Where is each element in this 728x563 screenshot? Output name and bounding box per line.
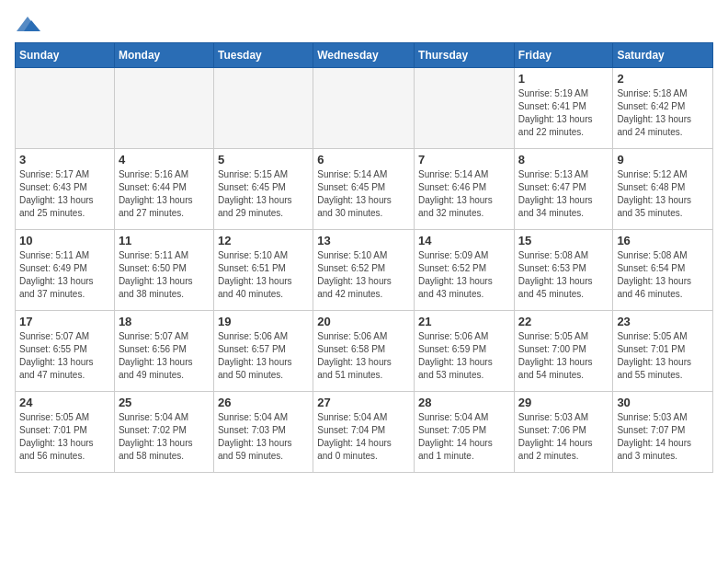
day-info: Sunrise: 5:08 AM Sunset: 6:54 PM Dayligh… — [617, 249, 709, 301]
day-cell: 7Sunrise: 5:14 AM Sunset: 6:46 PM Daylig… — [415, 149, 515, 230]
day-cell: 14Sunrise: 5:09 AM Sunset: 6:52 PM Dayli… — [415, 230, 515, 311]
day-cell: 13Sunrise: 5:10 AM Sunset: 6:52 PM Dayli… — [313, 230, 415, 311]
day-info: Sunrise: 5:14 AM Sunset: 6:46 PM Dayligh… — [418, 168, 510, 220]
day-cell: 9Sunrise: 5:12 AM Sunset: 6:48 PM Daylig… — [613, 149, 713, 230]
day-number: 13 — [317, 234, 410, 247]
day-number: 26 — [218, 396, 309, 409]
day-info: Sunrise: 5:06 AM Sunset: 6:59 PM Dayligh… — [418, 330, 510, 382]
day-number: 28 — [418, 396, 510, 409]
day-cell: 4Sunrise: 5:16 AM Sunset: 6:44 PM Daylig… — [114, 149, 213, 230]
day-number: 14 — [418, 234, 510, 247]
day-info: Sunrise: 5:06 AM Sunset: 6:58 PM Dayligh… — [317, 330, 410, 382]
day-number: 3 — [19, 153, 110, 167]
day-cell: 24Sunrise: 5:05 AM Sunset: 7:01 PM Dayli… — [16, 392, 115, 473]
day-number: 8 — [518, 153, 609, 167]
day-info: Sunrise: 5:05 AM Sunset: 7:01 PM Dayligh… — [617, 330, 709, 382]
day-info: Sunrise: 5:04 AM Sunset: 7:05 PM Dayligh… — [418, 411, 510, 463]
day-number: 25 — [119, 396, 210, 409]
day-number: 19 — [218, 315, 309, 328]
day-number: 22 — [518, 315, 609, 328]
day-info: Sunrise: 5:10 AM Sunset: 6:52 PM Dayligh… — [317, 249, 410, 301]
day-number: 16 — [617, 234, 709, 247]
day-cell: 15Sunrise: 5:08 AM Sunset: 6:53 PM Dayli… — [514, 230, 613, 311]
day-header-monday: Monday — [114, 43, 213, 68]
day-cell: 3Sunrise: 5:17 AM Sunset: 6:43 PM Daylig… — [16, 149, 115, 230]
day-info: Sunrise: 5:18 AM Sunset: 6:42 PM Dayligh… — [617, 87, 709, 139]
day-number: 7 — [418, 153, 510, 167]
day-info: Sunrise: 5:05 AM Sunset: 7:00 PM Dayligh… — [518, 330, 609, 382]
day-number: 2 — [617, 72, 709, 86]
logo-icon — [15, 15, 40, 35]
day-cell: 28Sunrise: 5:04 AM Sunset: 7:05 PM Dayli… — [415, 392, 515, 473]
week-row-4: 17Sunrise: 5:07 AM Sunset: 6:55 PM Dayli… — [16, 311, 713, 392]
day-number: 12 — [218, 234, 309, 247]
day-cell: 19Sunrise: 5:06 AM Sunset: 6:57 PM Dayli… — [213, 311, 313, 392]
day-info: Sunrise: 5:07 AM Sunset: 6:56 PM Dayligh… — [119, 330, 210, 382]
day-cell: 21Sunrise: 5:06 AM Sunset: 6:59 PM Dayli… — [415, 311, 515, 392]
day-number: 24 — [19, 396, 110, 409]
day-info: Sunrise: 5:03 AM Sunset: 7:06 PM Dayligh… — [518, 411, 609, 463]
day-number: 10 — [19, 234, 110, 247]
day-info: Sunrise: 5:11 AM Sunset: 6:50 PM Dayligh… — [119, 249, 210, 301]
day-info: Sunrise: 5:15 AM Sunset: 6:45 PM Dayligh… — [218, 168, 309, 220]
day-cell: 6Sunrise: 5:14 AM Sunset: 6:45 PM Daylig… — [313, 149, 415, 230]
day-info: Sunrise: 5:11 AM Sunset: 6:49 PM Dayligh… — [19, 249, 110, 301]
day-info: Sunrise: 5:09 AM Sunset: 6:52 PM Dayligh… — [418, 249, 510, 301]
day-header-friday: Friday — [514, 43, 613, 68]
day-number: 4 — [119, 153, 210, 167]
day-cell: 29Sunrise: 5:03 AM Sunset: 7:06 PM Dayli… — [514, 392, 613, 473]
day-info: Sunrise: 5:17 AM Sunset: 6:43 PM Dayligh… — [19, 168, 110, 220]
day-cell: 23Sunrise: 5:05 AM Sunset: 7:01 PM Dayli… — [613, 311, 713, 392]
day-header-wednesday: Wednesday — [313, 43, 415, 68]
day-info: Sunrise: 5:07 AM Sunset: 6:55 PM Dayligh… — [19, 330, 110, 382]
day-cell — [313, 68, 415, 149]
day-number: 9 — [617, 153, 709, 167]
day-number: 1 — [518, 72, 609, 86]
day-number: 5 — [218, 153, 309, 167]
day-info: Sunrise: 5:19 AM Sunset: 6:41 PM Dayligh… — [518, 87, 609, 139]
day-info: Sunrise: 5:05 AM Sunset: 7:01 PM Dayligh… — [19, 411, 110, 463]
day-number: 15 — [518, 234, 609, 247]
day-cell: 1Sunrise: 5:19 AM Sunset: 6:41 PM Daylig… — [514, 68, 613, 149]
logo — [15, 15, 44, 35]
day-number: 17 — [19, 315, 110, 328]
header-row: SundayMondayTuesdayWednesdayThursdayFrid… — [16, 43, 713, 68]
week-row-2: 3Sunrise: 5:17 AM Sunset: 6:43 PM Daylig… — [16, 149, 713, 230]
day-cell: 25Sunrise: 5:04 AM Sunset: 7:02 PM Dayli… — [114, 392, 213, 473]
day-cell: 11Sunrise: 5:11 AM Sunset: 6:50 PM Dayli… — [114, 230, 213, 311]
day-cell: 20Sunrise: 5:06 AM Sunset: 6:58 PM Dayli… — [313, 311, 415, 392]
day-info: Sunrise: 5:04 AM Sunset: 7:03 PM Dayligh… — [218, 411, 309, 463]
day-cell: 17Sunrise: 5:07 AM Sunset: 6:55 PM Dayli… — [16, 311, 115, 392]
day-header-sunday: Sunday — [16, 43, 115, 68]
day-cell: 5Sunrise: 5:15 AM Sunset: 6:45 PM Daylig… — [213, 149, 313, 230]
day-info: Sunrise: 5:03 AM Sunset: 7:07 PM Dayligh… — [617, 411, 709, 463]
day-number: 21 — [418, 315, 510, 328]
day-cell: 30Sunrise: 5:03 AM Sunset: 7:07 PM Dayli… — [613, 392, 713, 473]
day-header-tuesday: Tuesday — [213, 43, 313, 68]
day-info: Sunrise: 5:10 AM Sunset: 6:51 PM Dayligh… — [218, 249, 309, 301]
day-cell: 16Sunrise: 5:08 AM Sunset: 6:54 PM Dayli… — [613, 230, 713, 311]
day-cell: 18Sunrise: 5:07 AM Sunset: 6:56 PM Dayli… — [114, 311, 213, 392]
day-cell: 12Sunrise: 5:10 AM Sunset: 6:51 PM Dayli… — [213, 230, 313, 311]
day-info: Sunrise: 5:14 AM Sunset: 6:45 PM Dayligh… — [317, 168, 410, 220]
day-number: 18 — [119, 315, 210, 328]
day-header-saturday: Saturday — [613, 43, 713, 68]
day-cell: 27Sunrise: 5:04 AM Sunset: 7:04 PM Dayli… — [313, 392, 415, 473]
day-cell — [114, 68, 213, 149]
day-cell — [213, 68, 313, 149]
week-row-3: 10Sunrise: 5:11 AM Sunset: 6:49 PM Dayli… — [16, 230, 713, 311]
day-number: 6 — [317, 153, 410, 167]
day-number: 29 — [518, 396, 609, 409]
day-number: 27 — [317, 396, 410, 409]
day-cell: 26Sunrise: 5:04 AM Sunset: 7:03 PM Dayli… — [213, 392, 313, 473]
header — [15, 15, 713, 35]
day-number: 11 — [119, 234, 210, 247]
day-number: 23 — [617, 315, 709, 328]
day-cell: 10Sunrise: 5:11 AM Sunset: 6:49 PM Dayli… — [16, 230, 115, 311]
day-info: Sunrise: 5:16 AM Sunset: 6:44 PM Dayligh… — [119, 168, 210, 220]
day-cell — [16, 68, 115, 149]
calendar: SundayMondayTuesdayWednesdayThursdayFrid… — [15, 42, 713, 473]
day-number: 20 — [317, 315, 410, 328]
day-info: Sunrise: 5:06 AM Sunset: 6:57 PM Dayligh… — [218, 330, 309, 382]
day-info: Sunrise: 5:12 AM Sunset: 6:48 PM Dayligh… — [617, 168, 709, 220]
